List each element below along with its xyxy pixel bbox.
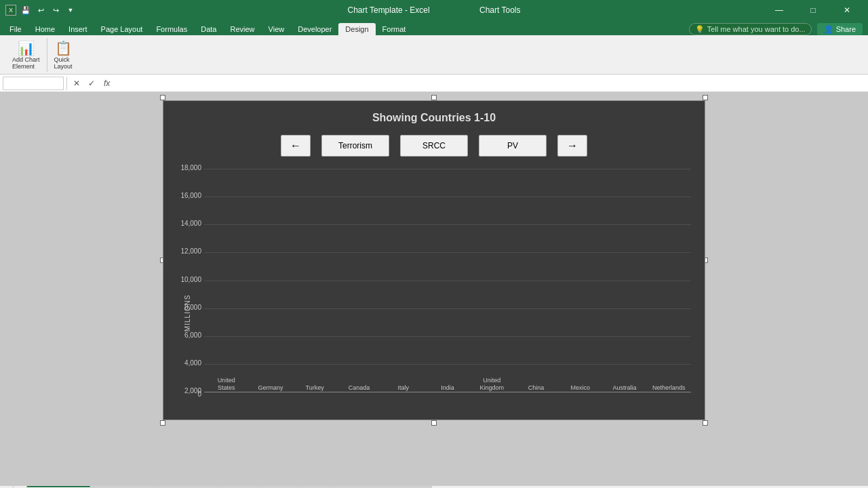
ribbon-body: 📊 Add ChartElement 📋 QuickLayout [0, 35, 868, 75]
minimize-button[interactable]: — [764, 0, 795, 20]
bar-united-states: UnitedStates [204, 374, 248, 392]
confirm-formula-button[interactable]: ✓ [85, 77, 98, 90]
redo-button[interactable]: ↪ [49, 3, 62, 17]
tell-me-input[interactable]: 💡 Tell me what you want to do... [689, 23, 812, 35]
bar-china: China [514, 382, 558, 392]
ribbon-content: 📊 Add ChartElement 📋 QuickLayout [3, 37, 82, 73]
formula-separator [66, 77, 67, 90]
y-label-10000: 10,000 [169, 276, 201, 283]
bar-chart-area: MILLIONS 18,000 16,000 14,000 [163, 162, 705, 420]
resize-handle-tr[interactable] [703, 95, 708, 100]
tab-scroll-left[interactable]: ◀ [0, 486, 14, 489]
cancel-formula-button[interactable]: ✕ [70, 77, 83, 90]
bar-mexico: Mexico [558, 382, 602, 392]
resize-handle-top[interactable] [431, 95, 437, 100]
title-bar-left: X 💾 ↩ ↪ ▼ [5, 3, 77, 17]
maximize-button[interactable]: □ [797, 0, 829, 20]
y-label-6000: 6,000 [169, 331, 201, 339]
bar-australia: Australia [602, 382, 646, 392]
tab-review[interactable]: Review [223, 23, 261, 35]
close-button[interactable]: ✕ [831, 0, 863, 20]
quick-layout-label: QuickLayout [54, 56, 73, 70]
add-element-label: Add ChartElement [12, 56, 40, 70]
tab-home[interactable]: Home [28, 23, 62, 35]
quick-layout-btn[interactable]: 📋 QuickLayout [50, 39, 77, 71]
separator [47, 38, 47, 72]
ribbon-right-actions: 💡 Tell me what you want to do... 👤 Share [689, 23, 868, 35]
tab-page-layout[interactable]: Page Layout [94, 23, 150, 35]
name-box[interactable] [3, 77, 64, 90]
srcc-button[interactable]: SRCC [400, 135, 468, 157]
bars-row: UnitedStates Germany Turkey [204, 169, 691, 392]
customize-qa-button[interactable]: ▼ [64, 3, 77, 17]
resize-handle-bl[interactable] [160, 420, 165, 426]
y-label-14000: 14,000 [169, 220, 201, 227]
chart-container: Showing Countries 1-10 ← Terrorism SRCC … [163, 100, 705, 420]
resize-handle-br[interactable] [703, 420, 708, 426]
share-button[interactable]: 👤 Share [817, 23, 863, 35]
excel-icon: X [5, 5, 16, 16]
quick-layout-icon: 📋 [55, 40, 72, 56]
tab-file[interactable]: File [3, 23, 28, 35]
bar-netherlands: Netherlands [647, 382, 691, 392]
title-text: Chart Template - Excel [347, 5, 429, 15]
lightbulb-icon: 💡 [695, 25, 705, 34]
tab-insert[interactable]: Insert [62, 23, 94, 35]
subtitle-text: Chart Tools [479, 5, 520, 15]
y-label-0: 0 [169, 390, 201, 398]
bar-canada: Canada [337, 382, 381, 392]
y-label-16000: 16,000 [169, 192, 201, 199]
y-label-4000: 4,000 [169, 359, 201, 367]
save-button[interactable]: 💾 [19, 3, 33, 17]
resize-handle-tl[interactable] [160, 95, 165, 100]
main-content: Showing Countries 1-10 ← Terrorism SRCC … [0, 92, 868, 485]
window-title: Chart Template - Excel Chart Tools [347, 5, 520, 15]
y-label-12000: 12,000 [169, 247, 201, 255]
x-axis-line [204, 392, 691, 392]
tab-data[interactable]: Data [194, 23, 223, 35]
sheet-tabs-bar: ◀ ▶ Country Chart Assured Chart Location… [0, 485, 868, 488]
bar-label-uk: UnitedKingdom [479, 377, 504, 392]
formula-input[interactable] [115, 79, 865, 88]
chart-wrapper: Showing Countries 1-10 ← Terrorism SRCC … [163, 98, 705, 423]
bar-germany: Germany [248, 382, 292, 392]
add-element-icon: 📊 [18, 40, 35, 56]
ribbon-tab-bar: File Home Insert Page Layout Formulas Da… [0, 20, 868, 35]
title-bar: X 💾 ↩ ↪ ▼ Chart Template - Excel Chart T… [0, 0, 868, 20]
tab-view[interactable]: View [262, 23, 292, 35]
chart-inner: 18,000 16,000 14,000 12,000 10,000 [204, 169, 691, 413]
tab-format[interactable]: Format [376, 23, 413, 35]
tab-formulas[interactable]: Formulas [149, 23, 194, 35]
undo-button[interactable]: ↩ [34, 3, 47, 17]
add-chart-element-btn[interactable]: 📊 Add ChartElement [8, 39, 44, 71]
y-axis-label: MILLIONS [184, 295, 191, 332]
terrorism-button[interactable]: Terrorism [321, 135, 389, 157]
bar-turkey: Turkey [293, 382, 337, 392]
prev-nav-button[interactable]: ← [281, 135, 311, 157]
tell-me-label: Tell me what you want to do... [707, 25, 806, 33]
fx-label: fx [101, 79, 113, 88]
tab-scroll-right[interactable]: ▶ [14, 486, 27, 489]
next-nav-button[interactable]: → [557, 135, 587, 157]
bar-label-united-states: UnitedStates [218, 377, 235, 392]
bar-italy: Italy [381, 382, 425, 392]
resize-handle-bottom[interactable] [431, 420, 437, 426]
chart-controls: ← Terrorism SRCC PV → [163, 129, 705, 162]
bar-united-kingdom: UnitedKingdom [470, 374, 514, 392]
formula-buttons: ✕ ✓ [70, 77, 98, 90]
bar-india: India [425, 382, 469, 392]
person-icon: 👤 [824, 25, 833, 34]
formula-bar: ✕ ✓ fx [0, 75, 868, 92]
window-controls: — □ ✕ [764, 0, 863, 20]
share-label: Share [836, 25, 856, 33]
tab-developer[interactable]: Developer [291, 23, 338, 35]
quick-access-toolbar: 💾 ↩ ↪ ▼ [19, 3, 77, 17]
y-label-8000: 8,000 [169, 304, 201, 311]
pv-button[interactable]: PV [479, 135, 547, 157]
tab-design[interactable]: Design [338, 23, 375, 35]
chart-title: Showing Countries 1-10 [163, 101, 705, 129]
y-label-18000: 18,000 [169, 164, 201, 171]
